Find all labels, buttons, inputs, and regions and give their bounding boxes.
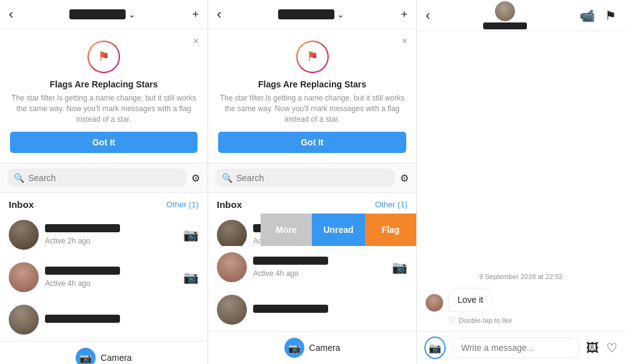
search-bar-left: 🔍 ⚙ [0, 164, 208, 193]
banner-icon-mid: ⚑ [296, 41, 329, 73]
avatar-2-mid [217, 295, 247, 325]
camera-btn-left[interactable]: 📷 [76, 348, 96, 364]
camera-icon-0-left[interactable]: 📷 [183, 227, 199, 242]
flag-icon-left: ⚑ [98, 49, 110, 65]
banner-desc-mid: The star filter is getting a name change… [218, 93, 406, 124]
message-input[interactable] [452, 337, 580, 358]
banner-left: × ⚑ Flags Are Replacing Stars The star f… [0, 29, 208, 164]
inbox-label-mid: Inbox [217, 199, 242, 210]
top-nav-mid: ‹ ⌄ + [208, 0, 416, 29]
back-button-mid[interactable]: ‹ [217, 6, 221, 22]
chat-like-hint: ♡ Double-tap to like [448, 315, 616, 325]
bottom-label-mid: Camera [309, 343, 341, 353]
conv-info-1-left: Active 4h ago [45, 267, 177, 288]
flag-button-right[interactable]: ⚑ [605, 8, 616, 23]
nav-title-mid [278, 9, 334, 19]
chat-area: 9 September 2018 at 22:52 Love it ♡ Doub… [417, 31, 625, 331]
conv-info-2-mid [253, 305, 408, 315]
inbox-label-left: Inbox [9, 199, 34, 210]
search-icon-mid: 🔍 [222, 173, 232, 183]
banner-icon-left: ⚑ [88, 41, 120, 73]
chevron-icon-left[interactable]: ⌄ [128, 9, 136, 19]
chat-bubble: Love it [448, 288, 492, 312]
conv-info-1-mid: Active 4h ago [253, 257, 386, 278]
camera-icon-1-left[interactable]: 📷 [183, 270, 199, 285]
conv-name-1-mid [253, 257, 328, 265]
search-input-mid[interactable] [236, 173, 389, 183]
camera-icon-1-mid[interactable]: 📷 [392, 260, 408, 275]
chat-timestamp: 9 September 2018 at 22:52 [426, 273, 616, 280]
bottom-bar-mid: 📷 Camera [208, 331, 416, 364]
conv-time-0-left: Active 2h ago [45, 237, 91, 245]
conv-item-1-left[interactable]: Active 4h ago 📷 [0, 256, 208, 298]
swipe-unread-button[interactable]: Unread [312, 214, 365, 246]
conv-name-0-left [45, 224, 120, 232]
conv-name-2-mid [253, 305, 328, 313]
inbox-other-mid[interactable]: Other (1) [375, 200, 408, 209]
conv-name-2-left [45, 315, 120, 323]
panel-mid: ‹ ⌄ + × ⚑ Flags Are Replacing Stars The … [208, 0, 417, 364]
got-it-button-left[interactable]: Got It [10, 132, 198, 153]
panel-left: ‹ ⌄ + × ⚑ Flags Are Replacing Stars The … [0, 0, 208, 364]
avatar-1-left [9, 262, 39, 292]
conv-item-0-left[interactable]: Active 2h ago 📷 [0, 214, 208, 256]
chevron-icon-mid[interactable]: ⌄ [337, 9, 344, 19]
chat-bubble-wrap: Love it [426, 288, 616, 312]
banner-close-left[interactable]: × [193, 36, 199, 47]
top-nav-left: ‹ ⌄ + [0, 0, 208, 29]
search-input-wrap-mid: 🔍 [216, 169, 395, 187]
user-avatar-right [495, 1, 515, 21]
swipe-actions-mid: More Unread Flag [261, 214, 416, 246]
chat-camera-button[interactable]: 📷 [424, 337, 446, 359]
chat-input-bar: 📷 🖼 ♡ [417, 331, 625, 364]
bottom-bar-left: 📷 Camera [0, 341, 208, 364]
filter-icon-mid[interactable]: ⚙ [400, 172, 409, 184]
top-nav-right: ‹ 📹 ⚑ [417, 0, 625, 31]
conv-name-1-left [45, 267, 120, 275]
banner-mid: × ⚑ Flags Are Replacing Stars The star f… [208, 29, 416, 164]
conv-info-0-left: Active 2h ago [45, 224, 177, 246]
conv-item-2-mid[interactable] [208, 288, 416, 331]
avatar-0-mid [217, 220, 247, 246]
conv-info-2-left [45, 315, 199, 325]
inbox-header-mid: Inbox Other (1) [208, 193, 416, 214]
flag-icon-mid: ⚑ [306, 49, 319, 65]
nav-title-left [69, 9, 126, 19]
back-button-left[interactable]: ‹ [9, 6, 13, 22]
panel-right: ‹ 📹 ⚑ 9 September 2018 at 22:52 Love it … [417, 0, 625, 364]
chat-input-icons: 🖼 ♡ [586, 340, 618, 355]
got-it-button-mid[interactable]: Got It [218, 132, 406, 153]
inbox-other-left[interactable]: Other (1) [166, 200, 199, 209]
add-button-mid[interactable]: + [401, 8, 408, 21]
conv-item-2-left[interactable] [0, 298, 208, 341]
avatar-1-mid [217, 252, 247, 282]
back-button-right[interactable]: ‹ [426, 7, 430, 24]
search-input-left[interactable] [28, 173, 180, 183]
nav-center-mid: ⌄ [278, 9, 344, 19]
bottom-label-left: Camera [101, 353, 132, 363]
avatar-2-left [9, 305, 39, 335]
inbox-header-left: Inbox Other (1) [0, 193, 208, 214]
like-hint-text: Double-tap to like [459, 317, 512, 324]
filter-icon-left[interactable]: ⚙ [191, 172, 200, 184]
banner-desc-left: The star filter is getting a name change… [10, 93, 198, 124]
conv-item-1-mid[interactable]: Active 4h ago 📷 [208, 246, 416, 288]
video-call-icon[interactable]: 📹 [579, 8, 595, 23]
chat-sender-avatar [426, 294, 443, 312]
banner-close-mid[interactable]: × [402, 36, 408, 47]
add-button-left[interactable]: + [192, 8, 199, 21]
search-icon-left: 🔍 [14, 173, 24, 183]
avatar-0-left [9, 220, 39, 250]
banner-title-mid: Flags Are Replacing Stars [258, 79, 366, 89]
gallery-icon[interactable]: 🖼 [586, 341, 599, 355]
conv-time-1-mid: Active 4h ago [253, 269, 299, 278]
camera-btn-mid[interactable]: 📷 [284, 338, 304, 358]
user-name-right [483, 22, 527, 29]
swipe-flag-button[interactable]: Flag [365, 214, 416, 246]
heart-icon: ♡ [448, 315, 456, 325]
swipe-more-button[interactable]: More [261, 214, 312, 246]
heart-react-icon[interactable]: ♡ [606, 340, 618, 355]
nav-center-right [483, 1, 527, 29]
search-input-wrap-left: 🔍 [8, 169, 186, 187]
banner-title-left: Flags Are Replacing Stars [50, 79, 158, 89]
